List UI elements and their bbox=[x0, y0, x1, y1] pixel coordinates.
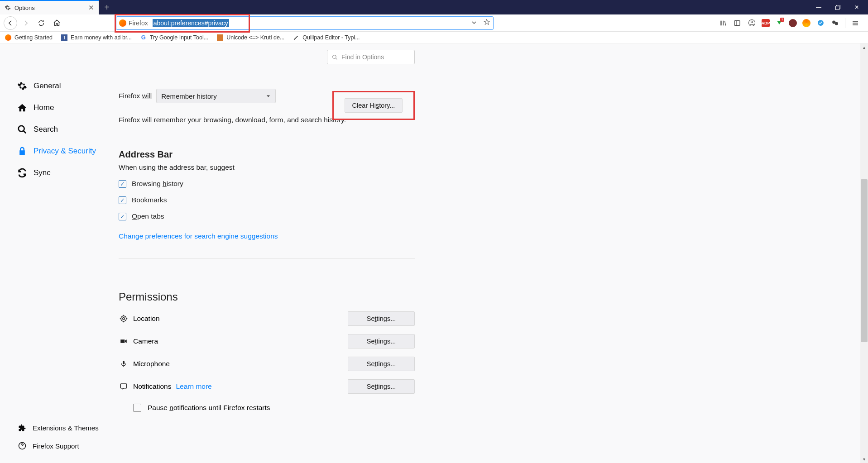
window-controls: — ✕ bbox=[815, 0, 868, 14]
camera-icon bbox=[119, 337, 129, 345]
bookmark-star-icon[interactable] bbox=[483, 19, 490, 28]
svg-point-10 bbox=[123, 318, 125, 320]
bookmark-item[interactable]: Unicode <=> Kruti de... bbox=[216, 34, 284, 41]
scroll-thumb[interactable] bbox=[861, 179, 868, 342]
bookmark-item[interactable]: GTry Google Input Tool... bbox=[140, 34, 208, 41]
url-text: about:preferences#privacy bbox=[153, 19, 229, 27]
back-button[interactable] bbox=[4, 16, 17, 30]
sidebar-item-privacy[interactable]: Privacy & Security bbox=[17, 140, 109, 162]
preferences-page: General Home Search Privacy & Security S… bbox=[0, 43, 868, 463]
divider bbox=[119, 258, 415, 259]
svg-rect-1 bbox=[734, 20, 740, 25]
location-settings-button[interactable]: Settings... bbox=[348, 311, 415, 326]
address-bar-subtext: When using the address bar, suggest bbox=[119, 163, 868, 172]
content-pane: Find in Options Firefox will Remember hi… bbox=[109, 43, 868, 463]
suggest-opentabs-checkbox[interactable]: ✓Open tabs bbox=[119, 212, 868, 220]
search-icon bbox=[332, 54, 338, 60]
forward-button[interactable] bbox=[19, 16, 33, 30]
find-in-options[interactable]: Find in Options bbox=[327, 50, 415, 64]
sidebar-icon[interactable] bbox=[733, 19, 742, 28]
suggest-history-checkbox[interactable]: ✓Browsing history bbox=[119, 180, 868, 188]
ext-icon-4[interactable] bbox=[830, 19, 839, 28]
svg-rect-13 bbox=[120, 384, 127, 388]
firefox-icon bbox=[5, 34, 12, 41]
address-bar-heading: Address Bar bbox=[119, 149, 868, 160]
permissions-heading: Permissions bbox=[119, 291, 868, 303]
search-placeholder: Find in Options bbox=[341, 53, 384, 61]
ext-icon-3[interactable] bbox=[816, 19, 825, 28]
permission-row-microphone: Microphone Settings... bbox=[119, 357, 415, 371]
sidebar-item-extensions[interactable]: Extensions & Themes bbox=[17, 419, 99, 437]
pause-notifications-checkbox[interactable]: Pause notifications until Firefox restar… bbox=[133, 404, 868, 412]
account-icon[interactable] bbox=[747, 19, 756, 28]
chevron-down-icon bbox=[266, 94, 271, 99]
menu-icon[interactable] bbox=[851, 19, 860, 28]
new-tab-button[interactable]: + bbox=[99, 0, 115, 14]
download-status-icon[interactable] bbox=[775, 19, 783, 27]
sidebar-item-sync[interactable]: Sync bbox=[17, 162, 109, 184]
bookmark-item[interactable]: fEarn money with ad br... bbox=[61, 34, 132, 41]
checkbox-icon: ✓ bbox=[119, 180, 126, 188]
sidebar-item-support[interactable]: Firefox Support bbox=[17, 437, 99, 455]
sidebar-item-search[interactable]: Search bbox=[17, 119, 109, 140]
reload-button[interactable] bbox=[34, 16, 48, 30]
tab-options[interactable]: Options ✕ bbox=[0, 0, 99, 14]
ext-icon-2[interactable] bbox=[802, 19, 810, 27]
identity-box[interactable]: Firefox bbox=[119, 19, 148, 27]
history-mode-select[interactable]: Remember history bbox=[156, 89, 276, 103]
url-bar[interactable]: Firefox about:preferences#privacy bbox=[116, 16, 494, 30]
camera-settings-button[interactable]: Settings... bbox=[348, 334, 415, 348]
toolbar-actions: ABP bbox=[718, 18, 864, 28]
bookmark-item[interactable]: Getting Started bbox=[5, 34, 53, 41]
permission-row-notifications: Notifications Learn more Settings... bbox=[119, 379, 415, 394]
sidebar-item-home[interactable]: Home bbox=[17, 97, 109, 119]
google-icon: G bbox=[140, 34, 147, 41]
clear-history-button[interactable]: Clear History... bbox=[345, 98, 403, 113]
separator bbox=[845, 18, 845, 28]
scrollbar[interactable]: ▴ ▾ bbox=[860, 43, 868, 463]
microphone-icon bbox=[119, 360, 129, 368]
microphone-settings-button[interactable]: Settings... bbox=[348, 357, 415, 371]
lock-icon bbox=[17, 146, 27, 156]
permission-row-location: Location Settings... bbox=[119, 311, 415, 326]
history-dropdown-icon[interactable] bbox=[471, 19, 477, 27]
bookmarks-bar: Getting Started fEarn money with ad br..… bbox=[0, 32, 868, 43]
svg-point-3 bbox=[751, 21, 753, 23]
checkbox-icon: ✓ bbox=[119, 213, 126, 220]
identity-label: Firefox bbox=[129, 19, 148, 27]
library-icon[interactable] bbox=[718, 19, 727, 28]
ext-icon-1[interactable] bbox=[789, 19, 797, 27]
help-icon bbox=[17, 441, 27, 451]
notification-icon bbox=[119, 382, 129, 391]
notifications-learn-more-link[interactable]: Learn more bbox=[176, 382, 211, 391]
sync-icon bbox=[17, 168, 27, 178]
categories-sidebar: General Home Search Privacy & Security S… bbox=[0, 43, 109, 463]
svg-rect-0 bbox=[835, 6, 839, 10]
scroll-up-icon[interactable]: ▴ bbox=[860, 43, 868, 51]
permission-row-camera: Camera Settings... bbox=[119, 334, 415, 348]
svg-point-7 bbox=[19, 126, 24, 132]
sidebar-item-general[interactable]: General bbox=[17, 75, 109, 97]
gear-icon bbox=[5, 5, 11, 11]
abp-icon[interactable]: ABP bbox=[762, 19, 770, 27]
close-icon[interactable]: ✕ bbox=[88, 4, 94, 12]
notifications-settings-button[interactable]: Settings... bbox=[348, 379, 415, 394]
gear-icon bbox=[17, 81, 27, 91]
close-window-icon[interactable]: ✕ bbox=[854, 4, 860, 10]
search-suggestions-link[interactable]: Change preferences for search engine sug… bbox=[119, 232, 278, 240]
quill-icon bbox=[293, 34, 300, 41]
scroll-down-icon[interactable]: ▾ bbox=[860, 455, 868, 463]
location-icon bbox=[119, 315, 129, 323]
suggest-bookmarks-checkbox[interactable]: ✓Bookmarks bbox=[119, 196, 868, 204]
minimize-icon[interactable]: — bbox=[815, 4, 822, 10]
site-icon bbox=[216, 34, 224, 41]
history-mode-label: Firefox will bbox=[119, 92, 152, 100]
maximize-icon[interactable] bbox=[834, 4, 841, 10]
annotation-highlight: Clear History... bbox=[332, 91, 415, 120]
bookmark-item[interactable]: Quillpad Editor - Typi... bbox=[293, 34, 360, 41]
history-description: Firefox will remember your browsing, dow… bbox=[119, 116, 868, 124]
home-button[interactable] bbox=[50, 16, 63, 30]
checkbox-icon bbox=[133, 404, 141, 412]
search-icon bbox=[17, 124, 27, 134]
nav-toolbar: Firefox about:preferences#privacy ABP bbox=[0, 14, 868, 32]
